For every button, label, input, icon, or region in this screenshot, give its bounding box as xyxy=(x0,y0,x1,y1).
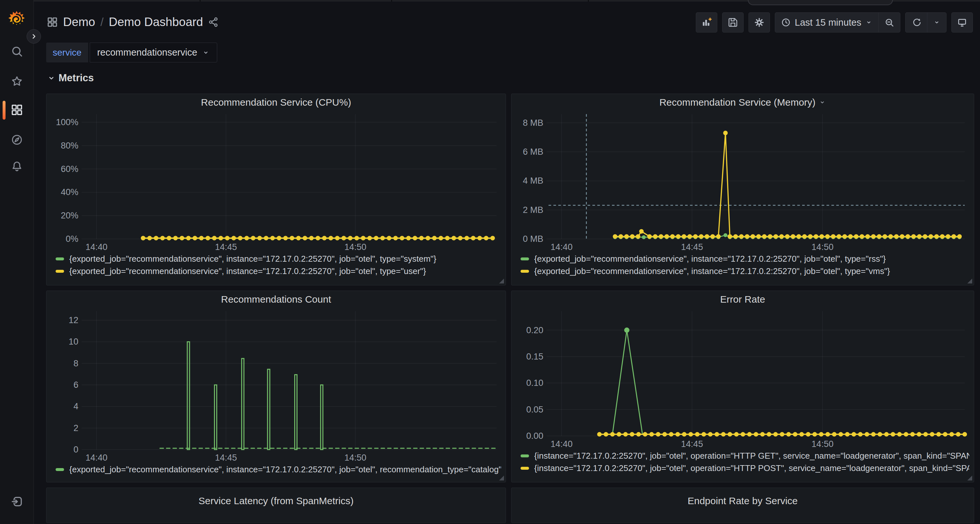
svg-text:14:45: 14:45 xyxy=(681,242,703,252)
svg-text:14:50: 14:50 xyxy=(811,439,834,449)
starred-icon[interactable] xyxy=(11,75,23,87)
variable-value-dropdown[interactable]: recommendationservice xyxy=(90,43,217,62)
panel-resize-handle[interactable] xyxy=(499,476,504,480)
legend-label: {exported_job="recommendationservice", i… xyxy=(534,266,890,276)
legend-label: {instance="172.17.0.2:25270", job="otel"… xyxy=(534,451,969,461)
svg-text:0.00: 0.00 xyxy=(526,431,543,441)
refresh-controls xyxy=(905,12,947,32)
panel-error-rate: Error Rate 0.000.050.100.150.2014:4014:4… xyxy=(511,291,974,483)
breadcrumb: Demo / Demo Dashboard xyxy=(47,6,218,38)
clock-icon xyxy=(781,17,791,27)
legend-label: {exported_job="recommendationservice", i… xyxy=(69,465,501,475)
browser-tab-separator xyxy=(200,0,200,2)
chevron-down-icon xyxy=(48,74,55,82)
svg-text:6 MB: 6 MB xyxy=(523,147,543,157)
svg-text:6: 6 xyxy=(73,380,78,390)
legend-swatch xyxy=(56,257,64,260)
legend-swatch xyxy=(520,454,529,457)
time-range-picker[interactable]: Last 15 minutes xyxy=(775,13,878,32)
svg-text:4: 4 xyxy=(73,402,78,411)
row-title: Metrics xyxy=(59,72,94,84)
legend-swatch xyxy=(56,270,64,273)
browser-tab-separator xyxy=(391,0,392,2)
save-dashboard-button[interactable] xyxy=(722,12,744,32)
grafana-logo-icon[interactable] xyxy=(8,10,25,27)
legend-item[interactable]: {instance="172.17.0.2:25270", job="otel"… xyxy=(520,462,969,474)
svg-text:8: 8 xyxy=(73,359,78,368)
browser-tab-separator xyxy=(588,0,589,2)
variable-label[interactable]: service xyxy=(46,43,88,62)
dashboards-icon[interactable] xyxy=(11,104,23,116)
svg-text:14:45: 14:45 xyxy=(215,453,237,462)
row-metrics-toggle[interactable]: Metrics xyxy=(48,72,94,84)
panel-title[interactable]: Recommendation Service (CPU%) xyxy=(51,94,501,111)
legend: {instance="172.17.0.2:25270", job="otel"… xyxy=(516,449,969,474)
svg-text:2: 2 xyxy=(73,423,78,433)
panel-resize-handle[interactable] xyxy=(499,279,504,283)
svg-text:14:50: 14:50 xyxy=(344,242,366,252)
legend-label: {exported_job="recommendationservice", i… xyxy=(69,266,426,276)
svg-text:20%: 20% xyxy=(61,211,78,221)
legend-item[interactable]: {exported_job="recommendationservice", i… xyxy=(56,265,501,277)
svg-text:100%: 100% xyxy=(56,118,78,127)
svg-text:8 MB: 8 MB xyxy=(523,118,543,128)
svg-text:12: 12 xyxy=(68,315,78,325)
svg-text:14:40: 14:40 xyxy=(86,453,108,462)
time-range-label: Last 15 minutes xyxy=(795,17,861,28)
panel-recommendations-count: Recommendations Count 02468101214:4014:4… xyxy=(46,291,506,483)
chevron-down-icon xyxy=(933,19,940,26)
share-icon[interactable] xyxy=(208,17,218,27)
alerting-bell-icon[interactable] xyxy=(11,160,23,173)
svg-text:14:40: 14:40 xyxy=(550,242,573,252)
svg-text:0.15: 0.15 xyxy=(526,352,543,362)
recommendations-chart[interactable]: 02468101214:4014:4514:50 xyxy=(51,308,502,463)
search-icon[interactable] xyxy=(11,45,23,57)
svg-text:14:50: 14:50 xyxy=(811,242,834,252)
panel-title[interactable]: Service Latency (from SpanMetrics) xyxy=(51,492,501,510)
legend-label: {instance="172.17.0.2:25270", job="otel"… xyxy=(534,463,969,473)
panel-menu-caret-icon xyxy=(819,99,826,106)
legend-item[interactable]: {exported_job="recommendationservice", i… xyxy=(520,265,969,277)
breadcrumb-folder[interactable]: Demo xyxy=(63,15,95,29)
expand-menu-button[interactable] xyxy=(27,29,41,44)
panel-title[interactable]: Recommendations Count xyxy=(51,291,501,308)
svg-text:60%: 60% xyxy=(61,164,78,174)
cpu-chart[interactable]: 0%20%40%60%80%100%14:4014:4514:50 xyxy=(51,111,502,252)
panel-title[interactable]: Endpoint Rate by Service xyxy=(516,492,969,510)
panel-resize-handle[interactable] xyxy=(967,279,972,283)
legend-item[interactable]: {exported_job="recommendationservice", i… xyxy=(56,463,501,476)
zoom-out-button[interactable] xyxy=(878,13,900,32)
refresh-button[interactable] xyxy=(905,13,927,32)
variable-value: recommendationservice xyxy=(97,47,197,58)
kiosk-mode-button[interactable] xyxy=(951,12,973,32)
refresh-interval-dropdown[interactable] xyxy=(927,13,946,32)
svg-text:0.10: 0.10 xyxy=(526,378,543,388)
panel-resize-handle[interactable] xyxy=(967,476,972,480)
legend-item[interactable]: {exported_job="recommendationservice", i… xyxy=(520,252,969,265)
dashboard-settings-button[interactable] xyxy=(748,12,770,32)
legend-item[interactable]: {exported_job="recommendationservice", i… xyxy=(56,252,501,265)
error-rate-chart[interactable]: 0.000.050.100.150.2014:4014:4514:50 xyxy=(516,308,970,449)
apps-grid-icon xyxy=(47,17,58,28)
svg-text:40%: 40% xyxy=(61,187,78,197)
svg-text:0%: 0% xyxy=(66,234,78,244)
svg-text:0: 0 xyxy=(73,445,78,454)
svg-text:0.20: 0.20 xyxy=(526,326,543,335)
legend-item[interactable]: {instance="172.17.0.2:25270", job="otel"… xyxy=(520,449,969,462)
add-panel-button[interactable] xyxy=(696,12,717,32)
panel-service-latency: Service Latency (from SpanMetrics) xyxy=(46,487,506,523)
breadcrumb-dashboard[interactable]: Demo Dashboard xyxy=(108,15,203,29)
svg-text:14:40: 14:40 xyxy=(86,242,108,252)
legend: {exported_job="recommendationservice", i… xyxy=(51,463,501,476)
legend: {exported_job="recommendationservice", i… xyxy=(51,252,501,277)
svg-text:2 MB: 2 MB xyxy=(523,205,543,215)
sign-in-icon[interactable] xyxy=(11,495,23,508)
memory-chart[interactable]: 0 MB2 MB4 MB6 MB8 MB14:4014:4514:50 xyxy=(516,111,970,252)
panel-title[interactable]: Recommendation Service (Memory) xyxy=(516,94,969,111)
dashboard-grid: Recommendation Service (CPU%) 0%20%40%60… xyxy=(46,94,974,523)
breadcrumb-separator: / xyxy=(100,16,104,29)
explore-compass-icon[interactable] xyxy=(11,133,23,146)
legend-swatch xyxy=(520,270,529,273)
panel-title[interactable]: Error Rate xyxy=(516,291,969,308)
svg-text:4 MB: 4 MB xyxy=(523,176,543,186)
